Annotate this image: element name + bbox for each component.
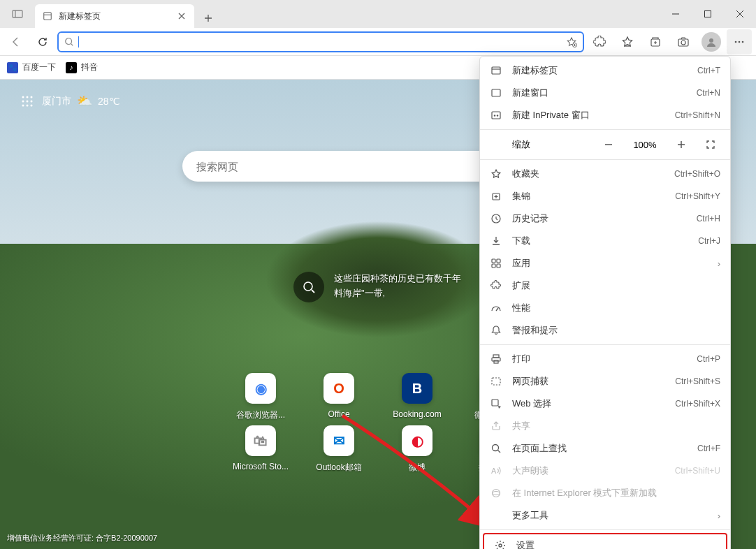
quick-link-item[interactable]: 🛍Microsoft Sto... bbox=[224, 425, 298, 474]
svg-rect-47 bbox=[492, 378, 500, 385]
new-tab-button[interactable] bbox=[198, 8, 218, 28]
svg-line-50 bbox=[498, 451, 501, 453]
menu-favorites[interactable]: 收藏夹Ctrl+Shift+O bbox=[480, 163, 730, 185]
apps-grid-icon[interactable] bbox=[21, 95, 34, 108]
svg-rect-28 bbox=[492, 67, 500, 74]
quick-link-item[interactable]: ◐微博 bbox=[380, 425, 454, 474]
quick-link-label: 微博 bbox=[409, 462, 426, 474]
menu-web-select[interactable]: Web 选择Ctrl+Shift+X bbox=[480, 393, 730, 415]
menu-read-aloud: A大声朗读Ctrl+Shift+U bbox=[480, 460, 730, 482]
search-icon bbox=[64, 37, 74, 47]
inprivate-icon bbox=[490, 109, 502, 122]
zoom-in-button[interactable] bbox=[671, 135, 691, 154]
menu-history[interactable]: 历史记录Ctrl+H bbox=[480, 207, 730, 230]
svg-point-54 bbox=[499, 544, 502, 547]
svg-rect-2 bbox=[44, 13, 52, 20]
window-minimize-button[interactable] bbox=[660, 0, 692, 28]
profile-button[interactable] bbox=[699, 29, 724, 54]
svg-rect-39 bbox=[492, 259, 495, 263]
zoom-value: 100% bbox=[628, 140, 662, 150]
extensions-button[interactable] bbox=[587, 29, 612, 54]
address-bar[interactable] bbox=[57, 31, 584, 52]
menu-performance[interactable]: 性能 bbox=[480, 297, 730, 319]
performance-icon bbox=[490, 302, 502, 314]
menu-new-inprivate[interactable]: 新建 InPrivate 窗口Ctrl+Shift+N bbox=[480, 104, 730, 126]
menu-find[interactable]: 在页面上查找Ctrl+F bbox=[480, 437, 730, 460]
window-close-button[interactable] bbox=[724, 0, 756, 28]
menu-more-tools[interactable]: 更多工具› bbox=[480, 504, 730, 527]
svg-rect-30 bbox=[492, 89, 500, 96]
svg-rect-48 bbox=[492, 400, 498, 406]
svg-rect-5 bbox=[705, 11, 711, 17]
info-line2: 料海岸"一带, bbox=[334, 286, 461, 301]
tab-actions-button[interactable] bbox=[6, 2, 29, 26]
apps-icon bbox=[490, 257, 502, 270]
menu-ie-mode: 在 Internet Explorer 模式下重新加载 bbox=[480, 482, 730, 504]
quick-link-icon: B bbox=[402, 373, 432, 404]
extension-icon bbox=[490, 279, 502, 292]
info-icon bbox=[293, 272, 324, 302]
quick-link-label: Booking.com bbox=[393, 409, 441, 419]
refresh-button[interactable] bbox=[31, 30, 54, 54]
menu-collections[interactable]: 集锦Ctrl+Shift+Y bbox=[480, 185, 730, 207]
svg-line-27 bbox=[312, 290, 314, 293]
menu-web-capture[interactable]: 网页捕获Ctrl+Shift+S bbox=[480, 370, 730, 393]
quick-link-label: Microsoft Sto... bbox=[233, 462, 289, 471]
back-button[interactable] bbox=[4, 30, 28, 54]
quick-link-label: 谷歌浏览器... bbox=[236, 409, 285, 421]
zoom-out-button[interactable] bbox=[599, 135, 618, 154]
svg-point-15 bbox=[739, 41, 741, 43]
svg-point-25 bbox=[31, 105, 33, 107]
bookmark-label: 抖音 bbox=[81, 61, 98, 73]
menu-settings[interactable]: 设置 bbox=[484, 534, 726, 549]
star-icon bbox=[490, 168, 502, 180]
menu-new-window[interactable]: 新建窗口Ctrl+N bbox=[480, 82, 730, 104]
bookmark-item[interactable]: 🐾百度一下 bbox=[7, 61, 56, 73]
share-icon bbox=[490, 420, 502, 432]
quick-link-item[interactable]: ✉Outlook邮箱 bbox=[302, 425, 376, 474]
favorite-add-icon[interactable] bbox=[566, 36, 577, 47]
menu-alerts[interactable]: 警报和提示 bbox=[480, 319, 730, 342]
menu-new-tab[interactable]: 新建标签页Ctrl+T bbox=[480, 59, 730, 82]
tab-close-button[interactable] bbox=[176, 10, 187, 22]
menu-apps[interactable]: 应用› bbox=[480, 252, 730, 274]
svg-point-6 bbox=[66, 38, 72, 44]
svg-line-7 bbox=[71, 43, 73, 45]
svg-point-26 bbox=[304, 282, 312, 291]
menu-extensions[interactable]: 扩展 bbox=[480, 274, 730, 297]
new-window-icon bbox=[490, 87, 502, 99]
more-menu-button[interactable] bbox=[727, 29, 752, 54]
quick-link-icon: ◉ bbox=[245, 373, 276, 404]
chevron-right-icon: › bbox=[718, 258, 720, 269]
quick-link-label: Office bbox=[328, 409, 349, 419]
window-maximize-button[interactable] bbox=[692, 0, 724, 28]
history-icon bbox=[490, 212, 502, 225]
svg-point-49 bbox=[493, 445, 499, 451]
svg-rect-42 bbox=[497, 264, 500, 268]
quick-link-item[interactable]: BBooking.com bbox=[380, 373, 454, 421]
svg-line-43 bbox=[496, 308, 498, 311]
collections-button[interactable] bbox=[643, 29, 668, 54]
svg-point-20 bbox=[22, 101, 24, 103]
image-info-bubble[interactable]: 这些庄园种茶的历史已有数千年 料海岸"一带, bbox=[293, 272, 461, 302]
quick-link-item[interactable]: OOffice bbox=[302, 373, 376, 421]
fullscreen-button[interactable] bbox=[701, 135, 720, 154]
quick-link-item[interactable]: ◉谷歌浏览器... bbox=[224, 373, 298, 421]
menu-zoom-row: 缩放 100% bbox=[480, 133, 730, 156]
weather-widget[interactable]: 厦门市 ⛅ 28℃ bbox=[42, 94, 120, 109]
quick-link-icon: 🛍 bbox=[245, 425, 276, 456]
bookmark-item[interactable]: ♪抖音 bbox=[66, 61, 98, 73]
weather-icon: ⛅ bbox=[77, 94, 92, 109]
svg-point-33 bbox=[497, 115, 498, 116]
bookmark-favicon-icon: 🐾 bbox=[7, 62, 18, 73]
address-input[interactable] bbox=[79, 36, 562, 47]
menu-downloads[interactable]: 下载Ctrl+J bbox=[480, 230, 730, 252]
quick-link-icon: ◐ bbox=[402, 425, 432, 456]
svg-rect-0 bbox=[13, 10, 22, 17]
screenshot-button[interactable] bbox=[671, 29, 696, 54]
tab-favicon-icon bbox=[42, 10, 53, 22]
favorites-button[interactable] bbox=[615, 29, 640, 54]
menu-print[interactable]: 打印Ctrl+P bbox=[480, 348, 730, 370]
browser-tab[interactable]: 新建标签页 bbox=[35, 4, 194, 28]
quick-link-label: Outlook邮箱 bbox=[316, 462, 361, 474]
